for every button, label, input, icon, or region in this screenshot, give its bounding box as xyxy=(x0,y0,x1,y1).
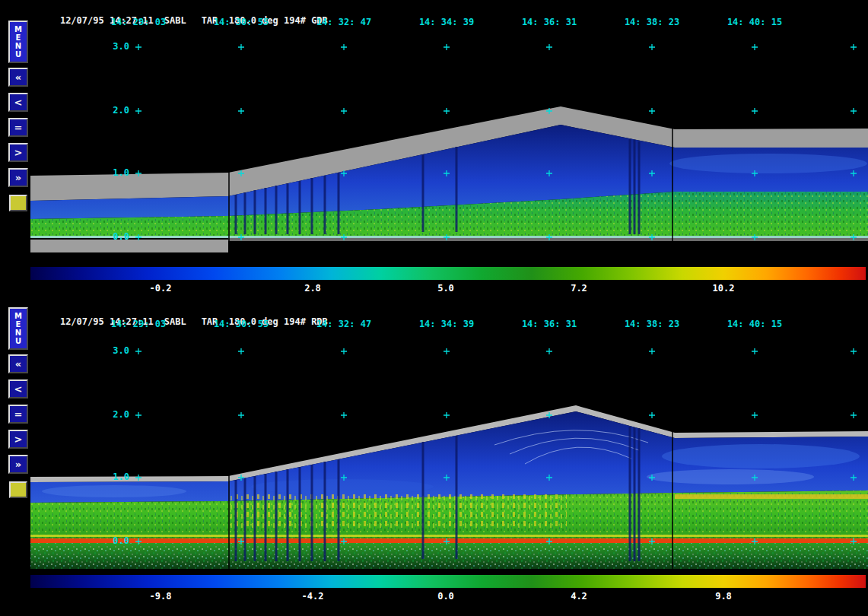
time-tick-label: 14: 32: 47 xyxy=(313,17,374,27)
menu-letter: E xyxy=(16,320,21,329)
colorbar-rdb xyxy=(30,575,866,588)
altitude-tick-label: 0.0 xyxy=(102,231,129,242)
altitude-tick-label: 0.0 xyxy=(102,535,129,546)
record-indicator-button[interactable] xyxy=(9,195,27,211)
altitude-tick-label: 1.0 xyxy=(102,472,129,482)
colorbar-gdb xyxy=(30,267,866,280)
altitude-tick-label: 3.0 xyxy=(102,345,129,356)
blue-bright-patch1-rdb xyxy=(662,444,860,468)
blue-bright-patch-gdb xyxy=(669,154,867,173)
fast-forward-button[interactable]: » xyxy=(8,455,28,474)
time-tick-label: 14: 34: 39 xyxy=(416,17,477,27)
blue-bright-patch2-rdb xyxy=(647,469,814,484)
yellow-streak-band-rdb xyxy=(228,494,567,528)
fast-rewind-button[interactable]: « xyxy=(8,354,28,373)
time-tick-label: 14: 29: 03 xyxy=(108,319,169,329)
time-tick-label: 14: 30: 55 xyxy=(211,17,272,27)
altitude-tick-label: 1.0 xyxy=(102,167,129,178)
colorbar-tick-label: 0.0 xyxy=(419,591,472,602)
menu-letter: M xyxy=(14,25,22,33)
playback-sidebar-top: M E N U « < = > » xyxy=(7,21,30,211)
colorbar-tick-label: 10.2 xyxy=(697,283,750,294)
subsurface-noise-rdb xyxy=(30,543,868,569)
colorbar-tick-label: 5.0 xyxy=(419,283,472,294)
step-back-button[interactable]: < xyxy=(8,93,28,112)
surface-return-line-rdb xyxy=(30,538,868,543)
time-tick-label: 14: 36: 31 xyxy=(519,319,580,329)
pause-button[interactable]: = xyxy=(8,405,28,424)
colorbar-tick-label: 4.2 xyxy=(552,591,606,602)
playback-sidebar-bottom: M E N U « < = > » xyxy=(7,307,30,498)
below-surface-gray-gdb xyxy=(30,240,228,252)
yellow-line-rdb xyxy=(30,535,868,537)
step-forward-button[interactable]: > xyxy=(8,143,28,162)
pause-button[interactable]: = xyxy=(8,118,28,137)
blue-bright-patch3-rdb xyxy=(42,485,186,497)
fast-rewind-button[interactable]: « xyxy=(8,68,28,87)
menu-letter: E xyxy=(16,33,21,42)
time-tick-label: 14: 40: 15 xyxy=(724,319,785,329)
menu-letter: N xyxy=(15,329,21,337)
time-tick-label: 14: 40: 15 xyxy=(724,17,785,27)
menu-button[interactable]: M E N U xyxy=(8,307,28,350)
panel-header-rdb: 12/07/95 14:27:11SABLTAR 180.0 deg 194# … xyxy=(38,306,328,338)
menu-letter: U xyxy=(15,50,21,59)
below-surface-thin-gdb xyxy=(228,238,868,241)
panel-header-gdb: 12/07/95 14:27:11SABLTAR 180.0 deg 194# … xyxy=(38,5,328,37)
menu-letter: U xyxy=(15,337,21,345)
menu-letter: M xyxy=(14,312,22,320)
time-tick-label: 14: 29: 03 xyxy=(108,17,169,27)
menu-letter: N xyxy=(15,42,21,50)
time-tick-label: 14: 36: 31 xyxy=(519,17,580,27)
time-tick-label: 14: 30: 55 xyxy=(211,319,272,329)
yellow-streak-right-rdb xyxy=(675,494,868,499)
step-back-button[interactable]: < xyxy=(8,379,28,398)
record-indicator-button[interactable] xyxy=(9,481,27,498)
step-forward-button[interactable]: > xyxy=(8,430,28,449)
sabl-display: 12/07/95 14:27:11SABLTAR 180.0 deg 194# … xyxy=(0,0,868,616)
colorbar-tick-label: 9.8 xyxy=(697,591,750,602)
colorbar-tick-label: 2.8 xyxy=(286,283,339,294)
blue-dark-patch-rdb xyxy=(251,479,434,494)
colorbar-tick-label: 7.2 xyxy=(552,283,606,294)
altitude-tick-label: 3.0 xyxy=(102,41,129,52)
altitude-tick-label: 2.0 xyxy=(102,409,129,420)
time-tick-label: 14: 34: 39 xyxy=(416,319,477,329)
colorbar-tick-label: -9.8 xyxy=(134,591,187,602)
fast-forward-button[interactable]: » xyxy=(8,168,28,187)
time-tick-label: 14: 32: 47 xyxy=(313,319,374,329)
time-tick-label: 14: 38: 23 xyxy=(622,319,682,329)
colorbar-tick-label: -4.2 xyxy=(286,591,339,602)
altitude-tick-label: 2.0 xyxy=(102,105,129,116)
time-tick-label: 14: 38: 23 xyxy=(622,17,682,27)
colorbar-tick-label: -0.2 xyxy=(134,283,187,294)
menu-button[interactable]: M E N U xyxy=(8,21,28,63)
